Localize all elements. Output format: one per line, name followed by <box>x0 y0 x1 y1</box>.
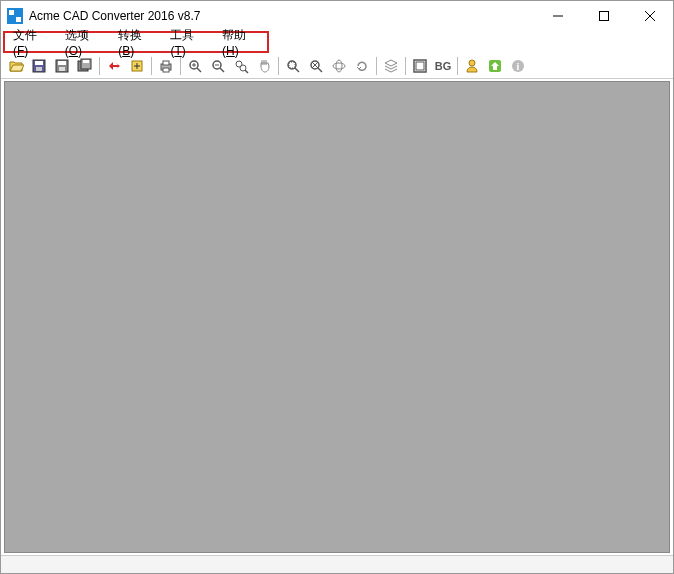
toolbar-separator <box>99 57 100 75</box>
save-button[interactable] <box>28 55 50 77</box>
drawing-canvas[interactable] <box>4 81 670 553</box>
zoom-out-button[interactable] <box>207 55 229 77</box>
svg-rect-9 <box>36 67 42 71</box>
svg-text:i: i <box>517 61 520 72</box>
pan-button[interactable] <box>253 55 275 77</box>
menubar: 文件(F) 选项(O) 转换(B) 工具(T) 帮助(H) <box>3 31 269 53</box>
svg-rect-12 <box>59 67 65 71</box>
svg-rect-1 <box>9 10 14 15</box>
svg-rect-19 <box>163 68 169 72</box>
svg-line-31 <box>295 68 299 72</box>
svg-line-29 <box>245 70 248 73</box>
svg-rect-4 <box>600 12 609 21</box>
convert-button[interactable] <box>103 55 125 77</box>
open-button[interactable] <box>5 55 27 77</box>
statusbar <box>1 555 673 574</box>
svg-line-34 <box>318 68 322 72</box>
svg-rect-32 <box>289 62 295 68</box>
svg-line-21 <box>197 68 201 72</box>
fullscreen-button[interactable] <box>409 55 431 77</box>
app-icon <box>7 8 23 24</box>
toolbar-separator <box>376 57 377 75</box>
svg-rect-11 <box>58 61 66 65</box>
zoom-all-button[interactable] <box>305 55 327 77</box>
batch-save-button[interactable] <box>74 55 96 77</box>
home-button[interactable] <box>484 55 506 77</box>
toolbar-separator <box>457 57 458 75</box>
close-button[interactable] <box>627 1 673 31</box>
svg-point-35 <box>333 63 345 69</box>
info-button[interactable]: i <box>507 55 529 77</box>
rotate-button[interactable] <box>351 55 373 77</box>
window-title: Acme CAD Converter 2016 v8.7 <box>29 9 535 23</box>
zoom-window-button[interactable] <box>282 55 304 77</box>
save-disk-button[interactable] <box>51 55 73 77</box>
zoom-extents-button[interactable] <box>230 55 252 77</box>
svg-rect-8 <box>35 61 43 65</box>
svg-line-25 <box>220 68 224 72</box>
minimize-button[interactable] <box>535 1 581 31</box>
zoom-in-button[interactable] <box>184 55 206 77</box>
background-color-button[interactable]: BG <box>432 55 454 77</box>
toolbar-separator <box>405 57 406 75</box>
print-button[interactable] <box>155 55 177 77</box>
svg-point-39 <box>469 60 475 66</box>
svg-rect-38 <box>416 62 424 70</box>
user-button[interactable] <box>461 55 483 77</box>
view-3d-button[interactable] <box>328 55 350 77</box>
svg-rect-2 <box>16 17 21 22</box>
toolbar-separator <box>278 57 279 75</box>
export-button[interactable] <box>126 55 148 77</box>
layers-button[interactable] <box>380 55 402 77</box>
window-controls <box>535 1 673 31</box>
toolbar-separator <box>180 57 181 75</box>
svg-rect-15 <box>83 60 89 63</box>
svg-point-36 <box>336 60 342 72</box>
maximize-button[interactable] <box>581 1 627 31</box>
svg-rect-18 <box>163 61 169 65</box>
toolbar-separator <box>151 57 152 75</box>
